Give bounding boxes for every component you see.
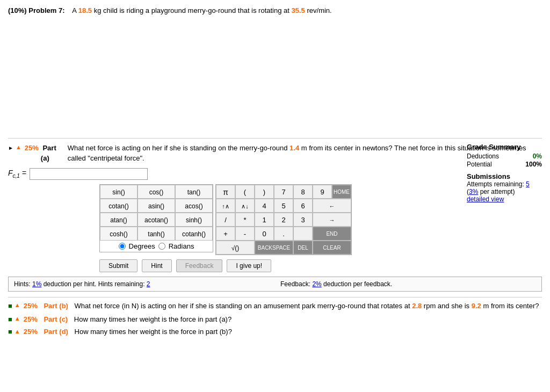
hints-section: Hints: 1% deduction per hint. Hints rema… (14, 280, 270, 288)
degrees-label: Degrees (129, 242, 155, 250)
del-btn[interactable]: DEL (293, 241, 313, 255)
part-d-label: Part (d) (44, 325, 68, 338)
hints-prefix: Hints: (14, 280, 32, 288)
clear-btn[interactable]: CLEAR (313, 241, 351, 255)
five-btn[interactable]: 5 (274, 199, 293, 213)
sin-btn[interactable]: sin() (100, 185, 138, 199)
detailed-view-link[interactable]: detailed view (467, 195, 542, 203)
deductions-label: Deductions (467, 153, 499, 160)
numeric-keypad: π ( ) 7 8 9 HOME ↑∧ ∧↓ 4 5 6 ← / * 1 2 3 (215, 184, 352, 255)
sqrt-btn[interactable]: √() (216, 241, 255, 255)
warning-icon-a: ▲ (16, 143, 21, 152)
end-btn[interactable]: END (313, 227, 351, 241)
plus-btn[interactable]: + (216, 227, 235, 241)
cotan-btn[interactable]: cotan() (100, 199, 138, 213)
part-c-percentage: 25% (24, 313, 38, 325)
potential-value: 100% (525, 161, 542, 168)
per-attempt-row: (3% per attempt) (467, 188, 542, 195)
up-arrow-btn[interactable]: ↑∧ (216, 199, 235, 213)
radians-radio[interactable] (158, 243, 165, 250)
potential-label: Potential (467, 161, 492, 168)
down-arrow-btn[interactable]: ∧↓ (235, 199, 255, 213)
hint-button[interactable]: Hint (142, 259, 171, 272)
attempts-value[interactable]: 5 (526, 180, 530, 188)
feedback-suffix: deduction per feedback. (322, 280, 392, 288)
part-c-row: ■ ▲ 25% Part (c) How many times her weig… (8, 313, 542, 325)
warning-icon-c: ▲ (15, 314, 20, 324)
cotanh-btn[interactable]: cotanh() (175, 227, 213, 241)
formula-label: Fc,1 = (8, 169, 26, 179)
part-c-question: How many times her weight is the force i… (74, 313, 231, 325)
cos-btn[interactable]: cos() (138, 185, 175, 199)
potential-row: Potential 100% (467, 161, 542, 168)
feedback-percent: 2% (312, 280, 321, 288)
acotan-btn[interactable]: acotan() (138, 213, 175, 227)
submit-button[interactable]: Submit (99, 259, 138, 272)
warning-icon-d: ▲ (15, 326, 20, 337)
empty-btn (293, 227, 313, 241)
nine-btn[interactable]: 9 (313, 185, 332, 199)
function-keypad: sin() cos() tan() cotan() asin() acos() … (99, 184, 213, 255)
attempts-row: Attempts remaining: 5 (467, 180, 542, 188)
feedback-button[interactable]: Feedback (176, 259, 223, 272)
tanh-btn[interactable]: tanh() (138, 227, 175, 241)
part-b-section: ■ ▲ 25% Part (b) What net force (in N) i… (8, 297, 542, 310)
submissions-title: Submissions (467, 172, 542, 180)
part-d-percentage: 25% (24, 325, 38, 338)
six-btn[interactable]: 6 (293, 199, 313, 213)
deductions-value: 0% (533, 153, 542, 160)
two-btn[interactable]: 2 (274, 213, 293, 227)
part-a-label-text: Part (a) (41, 143, 66, 164)
three-btn[interactable]: 3 (293, 213, 313, 227)
divide-btn[interactable]: / (216, 213, 235, 227)
home-btn[interactable]: HOME (332, 185, 351, 199)
acos-btn[interactable]: acos() (175, 199, 213, 213)
asin-btn[interactable]: asin() (138, 199, 175, 213)
give-up-button[interactable]: I give up! (227, 259, 271, 272)
backspace-btn[interactable]: BACKSPACE (255, 241, 293, 255)
degrees-radio[interactable] (119, 243, 126, 250)
eight-btn[interactable]: 8 (293, 185, 313, 199)
backspace-arrow-btn[interactable]: ← (313, 199, 351, 213)
grade-summary-box: Grade Summary Deductions 0% Potential 10… (467, 143, 542, 203)
minus-btn[interactable]: - (235, 227, 255, 241)
function-keys-grid: sin() cos() tan() cotan() asin() acos() … (99, 184, 213, 252)
sinh-btn[interactable]: sinh() (175, 213, 213, 227)
atan-btn[interactable]: atan() (100, 213, 138, 227)
checkbox-icon-d: ■ (8, 325, 12, 338)
radians-label: Radians (169, 242, 194, 250)
warning-icon-b: ▲ (15, 302, 20, 308)
open-paren-btn[interactable]: ( (235, 185, 255, 199)
part-a-section: ► ▲ 25% Part (a) What net force is actin… (8, 143, 542, 164)
tan-btn[interactable]: tan() (175, 185, 213, 199)
action-buttons: Submit Hint Feedback I give up! (99, 259, 542, 272)
checkbox-icon-b: ■ (8, 302, 12, 310)
input-row: Fc,1 = (8, 168, 542, 180)
mass-unit: kg child is riding a playground merry-go… (94, 6, 292, 14)
part-a-label-row: ► ▲ 25% Part (a) What net force is actin… (8, 143, 542, 164)
problem-label: (10%) Problem 7: (8, 6, 64, 14)
close-paren-btn[interactable]: ) (255, 185, 274, 199)
part-b-label: Part (b) (44, 302, 68, 310)
forward-arrow-btn[interactable]: → (313, 213, 351, 227)
per-attempt-pct: 3% (469, 188, 478, 195)
decimal-btn[interactable]: . (274, 227, 293, 241)
hints-remaining: 2 (147, 280, 150, 288)
part-a-percentage: 25% (25, 143, 39, 154)
speed-value: 35.5 (292, 6, 305, 14)
part-b-question: What net force (in N) is acting on her i… (75, 302, 539, 310)
part-b-percentage: 25% (24, 302, 38, 310)
play-icon: ► (8, 144, 13, 152)
part-c-label: Part (c) (44, 313, 68, 325)
answer-input[interactable] (30, 168, 148, 180)
main-container: (10%) Problem 7: A 18.5 kg child is ridi… (0, 0, 550, 343)
zero-btn[interactable]: 0 (255, 227, 274, 241)
cosh-btn[interactable]: cosh() (100, 227, 138, 241)
seven-btn[interactable]: 7 (274, 185, 293, 199)
hints-percent: 1% (32, 280, 41, 288)
pi-btn[interactable]: π (216, 185, 235, 199)
multiply-btn[interactable]: * (235, 213, 255, 227)
one-btn[interactable]: 1 (255, 213, 274, 227)
feedback-prefix: Feedback: (280, 280, 312, 288)
four-btn[interactable]: 4 (255, 199, 274, 213)
